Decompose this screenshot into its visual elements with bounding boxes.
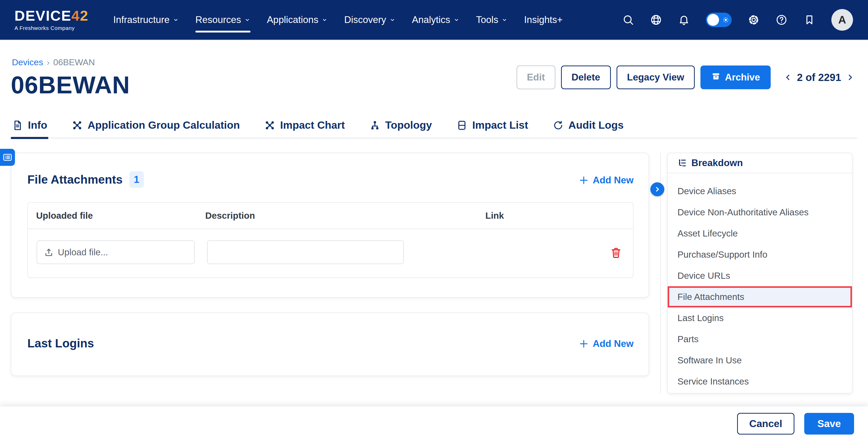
history-icon [553,120,564,131]
column-uploaded-file: Uploaded file [36,210,205,221]
chevron-down-icon [389,14,396,25]
plus-icon [578,338,589,349]
menu-resources[interactable]: Resources [195,0,250,40]
count-badge: 1 [129,171,144,188]
sidebar-item-software-in-use[interactable]: Software In Use [668,350,852,371]
toggle-knob-icon [707,14,719,26]
avatar-initial: A [838,14,846,26]
upload-file-button[interactable]: Upload file... [37,240,195,264]
tab-impact-chart[interactable]: Impact Chart [263,113,346,138]
globe-icon[interactable] [650,14,662,26]
tab-impact-list[interactable]: Impact List [455,113,529,138]
device-tabs: Info Application Group Calculation Impac… [11,113,857,138]
pager-label: 2 of 2291 [797,72,841,83]
sidebar-item-asset-lifecycle[interactable]: Asset Lifecycle [668,223,852,244]
main-menu: Infrastructure Resources Applications Di… [113,0,563,40]
sidebar-item-file-attachments[interactable]: File Attachments [668,286,852,307]
breadcrumb-devices-link[interactable]: Devices [12,57,43,67]
last-logins-title: Last Logins [27,336,94,350]
page-title: 06BEWAN [11,71,130,99]
file-attachments-card: File Attachments 1 Add New Uploaded file… [11,153,649,298]
menu-applications[interactable]: Applications [267,0,328,40]
sidebar-item-purchase-support-info[interactable]: Purchase/Support Info [668,244,852,265]
pager-next-icon[interactable] [846,73,854,81]
legacy-view-button[interactable]: Legacy View [617,66,695,89]
collapse-sidebar-toggle[interactable] [650,182,664,196]
description-input[interactable] [207,240,404,264]
settings-gear-icon[interactable] [748,14,760,26]
archive-icon [711,71,721,83]
logo-tagline: A Freshworks Company [14,25,89,31]
breadcrumb-separator: › [47,57,50,67]
breakdown-panel: Breakdown Device Aliases Device Non-Auth… [667,153,852,394]
impact-list-icon [456,120,468,131]
menu-analytics[interactable]: Analytics [412,0,460,40]
breadcrumb: Devices › 06BEWAN [12,57,95,67]
list-icon [2,152,13,163]
chevron-down-icon [244,14,250,25]
section-list-fab[interactable] [0,149,15,166]
cancel-button[interactable]: Cancel [737,413,795,435]
tab-audit-logs[interactable]: Audit Logs [552,113,625,138]
chevron-right-icon [653,185,661,193]
save-footer: Cancel Save [0,406,868,441]
breakdown-header: Breakdown [668,153,852,173]
menu-insights[interactable]: Insights+ [524,0,563,40]
sidebar-item-last-logins[interactable]: Last Logins [668,307,852,329]
tab-topology[interactable]: Topology [368,113,433,138]
sidebar-item-device-aliases[interactable]: Device Aliases [668,180,852,202]
breadcrumb-current: 06BEWAN [53,57,95,67]
chevron-down-icon [173,14,179,25]
sun-icon [722,16,730,24]
column-description: Description [205,210,485,221]
theme-toggle[interactable] [706,13,732,27]
logo-wordmark: DEVICE42 [14,8,89,23]
upload-icon [44,247,54,257]
chevron-down-icon [321,14,328,25]
attachments-table: Uploaded file Description Link Upload fi… [27,202,633,278]
delete-row-trash-icon[interactable] [610,246,622,259]
document-icon [12,120,23,131]
user-avatar[interactable]: A [831,9,853,31]
bookmark-icon[interactable] [803,14,815,26]
tab-application-group-calculation[interactable]: Application Group Calculation [70,113,241,138]
file-attachments-title: File Attachments 1 [27,171,144,188]
sidebar-item-parts[interactable]: Parts [668,329,852,350]
pager-previous-icon[interactable] [784,73,792,81]
help-icon[interactable] [776,14,787,26]
device42-logo[interactable]: DEVICE42 A Freshworks Company [14,8,89,31]
sidebar-item-device-non-authoritative-aliases[interactable]: Device Non-Authoritative Aliases [668,202,852,223]
breakdown-tree-icon [678,158,687,168]
edit-button[interactable]: Edit [517,66,555,89]
menu-discovery[interactable]: Discovery [344,0,395,40]
menu-infrastructure[interactable]: Infrastructure [113,0,179,40]
save-button[interactable]: Save [804,413,854,435]
chevron-down-icon [453,14,460,25]
attachments-table-header: Uploaded file Description Link [28,203,633,229]
device-action-bar: Edit Delete Legacy View Archive 2 of 229… [517,66,854,89]
navbar-utilities: A [622,9,853,31]
add-login-button[interactable]: Add New [578,338,633,349]
app-group-icon [71,120,83,131]
sidebar-item-service-instances[interactable]: Service Instances [668,371,852,392]
add-attachment-button[interactable]: Add New [578,175,633,186]
device42-device-detail-page: DEVICE42 A Freshworks Company Infrastruc… [0,0,868,441]
attachment-row: Upload file... [28,229,633,277]
chevron-down-icon [501,14,507,25]
impact-chart-icon [264,120,276,131]
top-navbar: DEVICE42 A Freshworks Company Infrastruc… [0,0,868,40]
menu-tools[interactable]: Tools [476,0,507,40]
tab-info[interactable]: Info [11,113,48,138]
record-pager: 2 of 2291 [784,72,854,83]
sidebar-item-device-urls[interactable]: Device URLs [668,265,852,286]
column-link: Link [485,210,504,221]
delete-button[interactable]: Delete [561,66,611,89]
archive-button[interactable]: Archive [701,66,771,89]
search-icon[interactable] [622,14,634,26]
notifications-bell-icon[interactable] [678,14,690,26]
last-logins-card: Last Logins Add New [11,312,649,376]
plus-icon [578,175,589,186]
breakdown-list: Device Aliases Device Non-Authoritative … [668,173,852,392]
topology-icon [369,120,380,131]
